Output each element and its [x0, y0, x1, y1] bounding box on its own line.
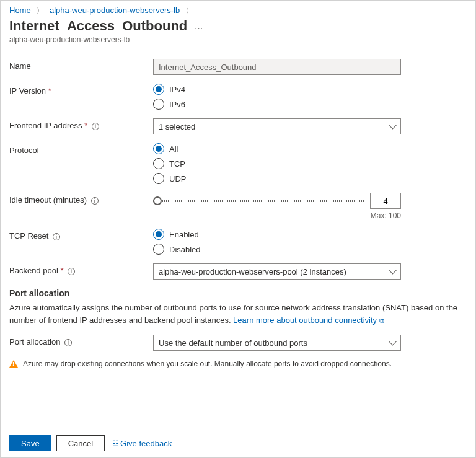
idle-timeout-label: Idle timeout (minutes) i: [9, 193, 153, 205]
page-title: Internet_Access_Outbound: [9, 18, 187, 34]
radio-selected-icon: [153, 229, 164, 240]
protocol-tcp[interactable]: TCP: [153, 158, 401, 169]
protocol-label: Protocol: [9, 143, 153, 155]
warning-icon: [9, 360, 18, 368]
tcp-reset-enabled[interactable]: Enabled: [153, 229, 401, 240]
protocol-all[interactable]: All: [153, 143, 401, 154]
radio-icon: [153, 158, 164, 169]
radio-icon: [153, 244, 164, 255]
chevron-right-icon: 〉: [186, 7, 193, 14]
tcp-reset-group: Enabled Disabled: [153, 229, 401, 255]
chevron-right-icon: 〉: [37, 7, 43, 14]
breadcrumb-parent[interactable]: alpha-weu-production-webservers-lb: [50, 6, 180, 15]
breadcrumb-home[interactable]: Home: [9, 6, 31, 15]
ip-version-label: IP Version *: [9, 84, 153, 95]
radio-icon: [153, 173, 164, 184]
info-icon[interactable]: i: [53, 233, 60, 240]
name-input[interactable]: [153, 59, 401, 75]
slider-track: [153, 200, 364, 202]
tcp-reset-disabled[interactable]: Disabled: [153, 244, 401, 255]
info-icon[interactable]: i: [68, 268, 75, 275]
ip-version-ipv6[interactable]: IPv6: [153, 99, 401, 110]
idle-timeout-max: Max: 100: [153, 211, 401, 220]
frontend-ip-select[interactable]: 1 selected: [153, 118, 401, 134]
info-icon[interactable]: i: [91, 197, 99, 205]
protocol-group: All TCP UDP: [153, 143, 401, 184]
save-button[interactable]: Save: [9, 435, 51, 451]
feedback-icon: ☳: [112, 439, 119, 448]
tcp-reset-label: TCP Reset i: [9, 229, 153, 240]
info-icon[interactable]: i: [64, 339, 72, 346]
idle-timeout-slider[interactable]: [153, 195, 364, 206]
radio-selected-icon: [153, 84, 164, 95]
more-icon[interactable]: ···: [195, 23, 203, 33]
backend-pool-label: Backend pool * i: [9, 263, 153, 275]
warning-alert: Azure may drop existing connections when…: [9, 359, 467, 368]
radio-selected-icon: [153, 143, 164, 154]
protocol-udp[interactable]: UDP: [153, 173, 401, 184]
warning-text: Azure may drop existing connections when…: [23, 359, 392, 368]
ip-version-ipv4[interactable]: IPv4: [153, 84, 401, 95]
backend-pool-select[interactable]: alpha-weu-production-webservers-pool (2 …: [153, 263, 401, 280]
info-icon[interactable]: i: [92, 123, 99, 130]
form-content: Name IP Version * IPv4 IPv6 Frontend IP …: [1, 48, 475, 429]
frontend-ip-label: Frontend IP address * i: [9, 118, 153, 130]
port-allocation-label: Port allocation i: [9, 335, 153, 346]
learn-more-link[interactable]: Learn more about outbound connectivity ⧉: [233, 315, 384, 325]
breadcrumb: Home 〉 alpha-weu-production-webservers-l…: [1, 1, 475, 18]
footer: Save Cancel ☳Give feedback: [1, 429, 475, 457]
port-allocation-select[interactable]: Use the default number of outbound ports: [153, 335, 401, 351]
name-label: Name: [9, 59, 153, 71]
external-link-icon: ⧉: [379, 317, 384, 324]
port-allocation-description: Azure automatically assigns the number o…: [9, 302, 467, 326]
page-header: Internet_Access_Outbound ··· alpha-weu-p…: [1, 18, 475, 48]
cancel-button[interactable]: Cancel: [56, 435, 105, 451]
port-allocation-heading: Port allocation: [9, 288, 467, 298]
radio-icon: [153, 99, 164, 110]
ip-version-group: IPv4 IPv6: [153, 84, 401, 110]
page-subtitle: alpha-weu-production-webservers-lb: [9, 35, 467, 44]
give-feedback-link[interactable]: ☳Give feedback: [112, 439, 172, 448]
idle-timeout-input[interactable]: [370, 193, 401, 209]
slider-thumb-icon[interactable]: [153, 196, 162, 205]
